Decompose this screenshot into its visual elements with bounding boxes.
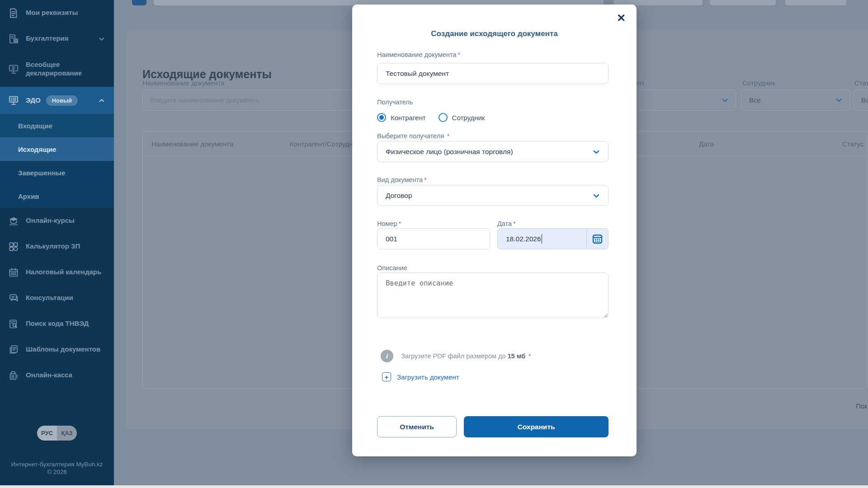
filter-name-placeholder: Введите наименование документа bbox=[150, 96, 259, 104]
filter-employee-select[interactable]: Все bbox=[741, 89, 850, 111]
chevron-down-icon bbox=[593, 148, 600, 155]
number-input[interactable] bbox=[377, 228, 490, 249]
calendar-icon bbox=[592, 233, 603, 244]
sidebar-item-outgoing[interactable]: Исходящие bbox=[0, 137, 114, 161]
recipient-select-label: Выберите получателя * bbox=[377, 132, 450, 140]
doc-type-label: Вид документа* bbox=[377, 176, 427, 183]
close-icon[interactable]: ✕ bbox=[617, 13, 626, 23]
sidebar-item-courses[interactable]: Онлайн-курсы bbox=[0, 208, 114, 234]
text-cursor bbox=[542, 234, 542, 244]
chevron-down-icon bbox=[835, 97, 842, 103]
sidebar-item-incoming[interactable]: Входящие bbox=[0, 114, 114, 137]
requisites-icon bbox=[8, 8, 19, 19]
modal-title: Создание исходящего документа bbox=[352, 29, 637, 38]
sidebar-item-tnved-search[interactable]: Поиск кода ТНВЭД bbox=[0, 311, 114, 337]
filter-status-label: Статус bbox=[854, 79, 868, 87]
info-icon: i bbox=[381, 350, 393, 362]
chat-icon bbox=[8, 293, 19, 304]
sidebar-item-label: Шаблоны документов bbox=[26, 345, 100, 354]
upload-size-limit: 15 мб bbox=[508, 352, 526, 360]
sidebar: Мои реквизиты Бухгалтерия Всеобщее декла… bbox=[0, 0, 114, 488]
upload-document-link[interactable]: + Загрузить документ bbox=[382, 372, 459, 381]
sidebar-item-consultations[interactable]: Консультации bbox=[0, 285, 114, 311]
table-header-counterparty: Контрагент/Сотрудник bbox=[290, 140, 360, 148]
radio-counterparty-label: Контрагент bbox=[391, 114, 426, 122]
sidebar-item-label: Бухгалтерия bbox=[26, 34, 68, 43]
sidebar-item-label: Налоговый календарь bbox=[26, 268, 101, 277]
recipient-label: Получатель bbox=[377, 99, 413, 106]
modal-buttons: Отменить Сохранить bbox=[377, 416, 609, 437]
doc-type-select[interactable]: Договор bbox=[377, 185, 609, 206]
date-value: 18.02.2026 bbox=[506, 235, 541, 243]
sidebar-item-edo[interactable]: ЭДО Новый bbox=[0, 87, 114, 114]
edo-icon bbox=[8, 95, 19, 106]
sidebar-item-tax-calendar[interactable]: Налоговый календарь bbox=[0, 259, 114, 285]
plus-icon: + bbox=[382, 372, 391, 381]
required-asterisk: * bbox=[447, 132, 450, 140]
toolbar-button-fragment[interactable] bbox=[132, 0, 146, 5]
calendar-icon bbox=[8, 267, 19, 278]
sidebar-bottom: РУС ҚАЗ Интернет-бухгалтерия MyBuh.kz © … bbox=[0, 426, 114, 488]
footer-copyright: © 2026 bbox=[0, 468, 114, 476]
description-textarea[interactable] bbox=[377, 272, 609, 318]
show-by-label: Показать по bbox=[856, 402, 868, 410]
sidebar-footer: Интернет-бухгалтерия MyBuh.kz © 2026 bbox=[0, 460, 114, 476]
doc-name-input[interactable] bbox=[377, 63, 609, 84]
sidebar-item-label: Консультации bbox=[26, 294, 73, 302]
cancel-button[interactable]: Отменить bbox=[377, 416, 457, 437]
create-outgoing-document-modal: ✕ Создание исходящего документа Наименов… bbox=[352, 5, 637, 456]
language-toggle: РУС ҚАЗ bbox=[37, 426, 77, 441]
table-header-name: Наименование документа bbox=[151, 140, 233, 148]
edo-submenu: Входящие Исходящие Завершенные Архив bbox=[0, 114, 114, 208]
radio-counterparty[interactable]: Контрагент bbox=[377, 113, 426, 122]
sidebar-item-completed[interactable]: Завершенные bbox=[0, 161, 114, 184]
sidebar-item-salary-calculator[interactable]: Калькулятор ЗП bbox=[0, 234, 114, 259]
table-header-status: Статус bbox=[842, 140, 863, 148]
date-input[interactable]: 18.02.2026 bbox=[498, 229, 586, 249]
toolbar-fragment-2[interactable] bbox=[710, 0, 776, 5]
templates-icon bbox=[8, 344, 19, 355]
calendar-picker-button[interactable] bbox=[586, 229, 608, 249]
radio-unselected-icon bbox=[439, 113, 448, 122]
sidebar-item-label: Калькулятор ЗП bbox=[26, 242, 80, 251]
required-asterisk: * bbox=[528, 352, 531, 360]
sidebar-item-label: Мои реквизиты bbox=[26, 9, 78, 17]
chevron-down-icon bbox=[99, 36, 105, 42]
upload-info-row: i Загрузите PDF файл размером до 15 мб * bbox=[381, 350, 531, 362]
required-asterisk: * bbox=[458, 51, 460, 58]
chevron-down-icon bbox=[722, 97, 728, 103]
date-field: 18.02.2026 bbox=[497, 228, 609, 249]
radio-selected-icon bbox=[377, 113, 386, 122]
filter-status-select[interactable]: Все bbox=[854, 89, 868, 111]
sidebar-item-document-templates[interactable]: Шаблоны документов bbox=[0, 337, 114, 362]
recipient-radio-group: Контрагент Сотрудник bbox=[377, 113, 485, 122]
upload-link-label: Загрузить документ bbox=[397, 373, 459, 381]
sidebar-item-label: ЭДО bbox=[26, 96, 41, 105]
required-asterisk: * bbox=[424, 176, 427, 183]
filter-employee-label: Сотрудник bbox=[742, 79, 775, 87]
filter-name-input[interactable]: Введите наименование документа bbox=[142, 89, 359, 111]
radio-employee[interactable]: Сотрудник bbox=[439, 113, 485, 122]
doc-type-select-value: Договор bbox=[386, 192, 412, 200]
sidebar-item-archive[interactable]: Архив bbox=[0, 184, 114, 208]
table-header-date: Дата bbox=[699, 140, 714, 148]
required-asterisk: * bbox=[399, 220, 401, 227]
language-rus-button[interactable]: РУС bbox=[37, 426, 57, 441]
sidebar-item-online-cashbox[interactable]: Онлайн-касса bbox=[0, 362, 114, 388]
sidebar-item-label: Всеобщее декларирование bbox=[26, 61, 94, 78]
sidebar-item-label: Поиск кода ТНВЭД bbox=[26, 319, 89, 328]
language-kaz-button[interactable]: ҚАЗ bbox=[57, 426, 77, 441]
sidebar-item-accounting[interactable]: Бухгалтерия bbox=[0, 26, 114, 52]
doc-name-label: Наименование документа* bbox=[377, 51, 460, 58]
chevron-up-icon bbox=[99, 97, 105, 103]
save-button[interactable]: Сохранить bbox=[464, 416, 609, 437]
date-label: Дата* bbox=[497, 220, 516, 227]
calculator-icon bbox=[8, 241, 19, 252]
recipient-select[interactable]: Физическое лицо (розничная торговля) bbox=[377, 141, 609, 162]
footer-brand: Интернет-бухгалтерия MyBuh.kz bbox=[0, 460, 114, 469]
chevron-down-icon bbox=[593, 192, 600, 199]
sidebar-item-requisites[interactable]: Мои реквизиты bbox=[0, 0, 114, 26]
number-label: Номер* bbox=[377, 220, 401, 227]
sidebar-item-declaration[interactable]: Всеобщее декларирование bbox=[0, 52, 114, 87]
toolbar-fragment-3[interactable] bbox=[785, 0, 846, 5]
